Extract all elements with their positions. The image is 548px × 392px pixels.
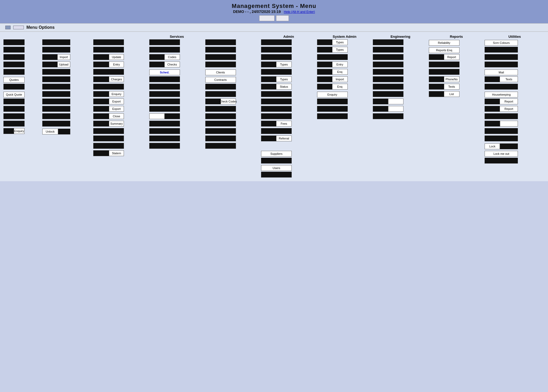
r4c7-block bbox=[317, 62, 332, 67]
r4c4-block bbox=[149, 62, 165, 67]
r7c8-block bbox=[373, 84, 403, 90]
r2c7-block bbox=[317, 47, 332, 53]
enquiry1-button[interactable]: Enquiry bbox=[109, 91, 124, 97]
checks-button[interactable]: Checks bbox=[165, 62, 180, 67]
check-codes-button[interactable]: Check Codes bbox=[221, 99, 236, 104]
types-button-2[interactable]: Types bbox=[332, 47, 348, 53]
entry1-button[interactable]: Entry bbox=[109, 62, 124, 67]
r4c5-block bbox=[205, 62, 236, 67]
clients-button[interactable]: Clients bbox=[205, 69, 236, 75]
enquiry-btn[interactable]: Enquiry bbox=[14, 128, 25, 134]
r2c10-block bbox=[485, 47, 518, 53]
r3c2-block bbox=[42, 54, 58, 60]
fees-button[interactable]: Fees bbox=[276, 121, 292, 127]
r14c10-block bbox=[485, 136, 518, 141]
sched-button[interactable]: Sched. bbox=[149, 69, 180, 75]
col-header-admin: Admin bbox=[261, 35, 316, 39]
r6c4-block bbox=[149, 76, 180, 82]
lock-me-out-button[interactable]: Lock me out bbox=[485, 151, 518, 157]
r10c3-combo: Export bbox=[93, 106, 124, 112]
r5c7-block bbox=[317, 69, 332, 75]
status-button[interactable]: Status bbox=[276, 84, 292, 90]
r9c4-block bbox=[149, 99, 180, 104]
menu-options-title: Menu Options bbox=[26, 25, 55, 30]
r11c7-block bbox=[317, 113, 348, 119]
mail-button[interactable]: Mail bbox=[485, 69, 518, 75]
suppliers-button[interactable]: Suppliers bbox=[261, 151, 292, 157]
quick-quote-button[interactable]: Quick Quote bbox=[3, 92, 25, 97]
r7c5-block bbox=[205, 84, 236, 90]
r12c10-combo bbox=[485, 121, 518, 127]
upload-button[interactable]: Upload bbox=[58, 62, 70, 67]
unlock-button[interactable]: Unlock bbox=[42, 129, 58, 134]
r8c5-block bbox=[205, 91, 236, 97]
report3-button[interactable]: Report bbox=[500, 99, 518, 104]
charges-button[interactable]: Charges bbox=[109, 76, 124, 82]
r7c9-block bbox=[429, 84, 444, 90]
r6c8-block bbox=[373, 76, 403, 82]
texts1-button[interactable]: Texts bbox=[444, 84, 459, 90]
quotes-button[interactable]: Quotes bbox=[3, 77, 25, 83]
menu-table: Services Admin System Admin Engineering … bbox=[3, 34, 545, 179]
codes-button[interactable]: Codes bbox=[165, 54, 180, 60]
users-button[interactable]: Users bbox=[261, 165, 292, 171]
r6c3-block bbox=[93, 76, 109, 82]
r3c5-block bbox=[205, 54, 236, 60]
r10c2-block bbox=[42, 106, 70, 112]
types4-button[interactable]: Types bbox=[276, 76, 292, 82]
report1-button[interactable]: Report bbox=[444, 54, 459, 60]
r2c7-combo: Types bbox=[317, 47, 348, 53]
r9c8-block bbox=[373, 99, 388, 104]
lock-button[interactable]: Lock bbox=[485, 143, 500, 149]
enquiry2-button[interactable]: Enquiry bbox=[317, 92, 348, 97]
r15c3-block bbox=[93, 143, 124, 149]
r3c4-block bbox=[149, 54, 165, 60]
housekeeping-button[interactable]: Housekeeping bbox=[485, 92, 518, 97]
scrn-colours-button[interactable]: Scrn Colours bbox=[485, 40, 518, 46]
types-button-1[interactable]: Types bbox=[332, 39, 348, 45]
r12c3-combo: Summary bbox=[93, 121, 124, 127]
r13c5-block bbox=[205, 128, 236, 134]
phoneno-button[interactable]: PhoneNo bbox=[444, 76, 459, 82]
r12c10-block bbox=[485, 121, 500, 127]
export2-button[interactable]: Export bbox=[109, 106, 124, 112]
export1-button[interactable]: Export bbox=[109, 99, 124, 104]
r9c3-block bbox=[93, 99, 109, 104]
r11c6-block bbox=[261, 113, 292, 119]
r2c3-block bbox=[93, 47, 124, 53]
enq2-button[interactable]: Enq bbox=[332, 84, 348, 90]
table-row: Quotes Charges Contracts Types bbox=[3, 76, 545, 83]
col-header-3 bbox=[93, 35, 148, 39]
r3c10-block bbox=[485, 54, 518, 60]
header-btn1[interactable] bbox=[259, 15, 275, 21]
import-button[interactable]: Import bbox=[58, 54, 70, 60]
r12c5-block bbox=[205, 121, 236, 127]
statem-button[interactable]: Statem bbox=[109, 150, 124, 156]
r6c10-block bbox=[485, 76, 500, 82]
entry2-button[interactable]: Entry bbox=[332, 62, 348, 67]
update-button[interactable]: Update bbox=[109, 54, 124, 60]
enq1-button[interactable]: Enq bbox=[332, 69, 348, 75]
r4c3-combo: Entry bbox=[93, 62, 124, 67]
r1c3-block bbox=[93, 39, 124, 45]
summary-button[interactable]: Summary bbox=[109, 121, 124, 127]
reports-enq-button[interactable]: Reports Enq bbox=[429, 47, 459, 53]
r8c9-combo: List bbox=[429, 91, 459, 97]
reliability-button[interactable]: Reliability bbox=[429, 40, 459, 46]
r6c9-block bbox=[429, 76, 444, 82]
header-btn2[interactable] bbox=[276, 15, 289, 21]
close-button[interactable]: Close bbox=[109, 113, 124, 119]
report4-button[interactable]: Report bbox=[500, 106, 518, 112]
r3c6-block bbox=[261, 54, 292, 60]
import2-button[interactable]: Import bbox=[332, 76, 348, 82]
r8c3-combo: Enquiry bbox=[93, 91, 124, 97]
types3-button[interactable]: Types bbox=[276, 62, 292, 67]
texts2-button[interactable]: Texts bbox=[500, 76, 518, 82]
r4c6-combo: Types bbox=[261, 62, 292, 67]
r3c4-combo: Codes bbox=[149, 54, 180, 60]
r1c7-block bbox=[317, 39, 332, 45]
list-button[interactable]: List bbox=[444, 91, 459, 97]
contracts-button[interactable]: Contracts bbox=[205, 77, 236, 83]
help-link[interactable]: Help (Alt-H and Enter) bbox=[284, 10, 315, 14]
referral-button[interactable]: Referral bbox=[276, 136, 292, 141]
